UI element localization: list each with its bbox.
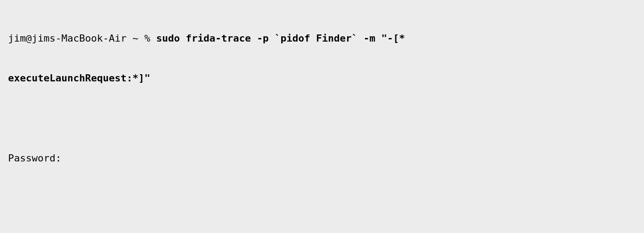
terminal-window[interactable]: jim@jims-MacBook-Air ~ % sudo frida-trac… [0, 0, 644, 233]
command-line-cont: executeLaunchRequest:*]" [8, 72, 636, 85]
command-line: jim@jims-MacBook-Air ~ % sudo frida-trac… [8, 32, 636, 45]
blank-line [8, 112, 636, 125]
command-text-part2: executeLaunchRequest:*]" [8, 72, 150, 84]
instrumenting-status: Instrumenting... [8, 231, 636, 233]
command-text-part1: sudo frida-trace -p `pidof Finder` -m "-… [156, 33, 405, 44]
password-prompt[interactable]: Password: [8, 152, 636, 165]
shell-prompt: jim@jims-MacBook-Air ~ % [8, 33, 156, 44]
blank-line [8, 191, 636, 205]
